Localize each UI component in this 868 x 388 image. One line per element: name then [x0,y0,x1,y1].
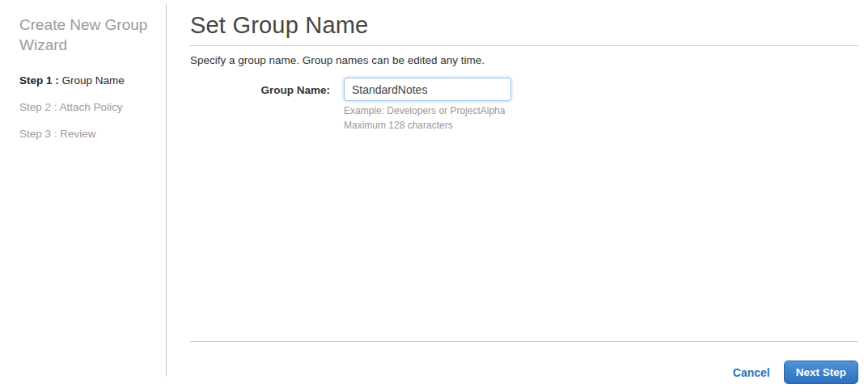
wizard-steps: Step 1 : Group Name Step 2 : Attach Poli… [19,75,150,140]
group-name-field: Example: Developers or ProjectAlpha Maxi… [344,78,511,133]
page-title: Set Group Name [190,11,858,39]
step-1-label: Group Name [59,74,125,86]
group-name-label: Group Name: [190,78,330,96]
main-panel: Set Group Name Specify a group name. Gro… [167,0,868,388]
title-divider [190,45,858,46]
group-name-form-row: Group Name: Example: Developers or Proje… [190,78,858,133]
cancel-button[interactable]: Cancel [733,366,770,379]
sidebar-step-2-attach-policy: Step 2 : Attach Policy [19,102,150,113]
step-3-label: Review [57,128,96,140]
sidebar-step-3-review: Step 3 : Review [19,129,150,140]
sidebar-step-1-group-name: Step 1 : Group Name [19,75,150,86]
step-2-label: Attach Policy [57,101,123,113]
next-step-button[interactable]: Next Step [784,361,858,384]
group-name-input[interactable] [344,78,511,101]
step-3-prefix: Step 3 : [19,128,57,140]
step-1-prefix: Step 1 : [19,74,59,86]
wizard-sidebar: Create New Group Wizard Step 1 : Group N… [0,0,167,388]
step-2-prefix: Step 2 : [19,101,57,113]
group-name-example-hint: Example: Developers or ProjectAlpha [344,103,511,118]
page-description: Specify a group name. Group names can be… [190,54,858,66]
footer-divider [190,341,858,342]
wizard-title: Create New Group Wizard [19,15,149,55]
footer-actions: Cancel Next Step [190,361,858,384]
group-name-max-length-hint: Maximum 128 characters [344,118,511,133]
create-group-wizard-window: Create New Group Wizard Step 1 : Group N… [0,0,868,388]
wizard-footer: Cancel Next Step [190,341,858,388]
